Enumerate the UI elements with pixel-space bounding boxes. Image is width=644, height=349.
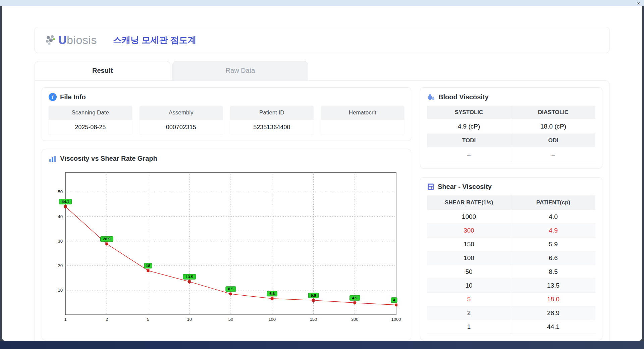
shear-rate-cell: 50 [427, 265, 511, 279]
shear-rate-column-header: SHEAR RATE(1/s) [427, 195, 511, 210]
patient-viscosity-cell: 6.6 [511, 251, 595, 265]
droplet-icon [427, 93, 435, 101]
field-value: 2025-08-25 [49, 120, 132, 135]
svg-text:5.9: 5.9 [311, 293, 316, 297]
file-info-title: File Info [60, 93, 86, 101]
tab-result[interactable]: Result [35, 61, 170, 80]
patient-viscosity-cell: 18.0 [511, 293, 595, 306]
shear-viscosity-title: Shear - Viscosity [438, 183, 492, 191]
field-hematocrit: Hematocrit [321, 106, 405, 135]
app-header: Ubiosis 스캐닝 모세관 점도계 [35, 27, 609, 53]
logo-dots-icon [45, 34, 57, 46]
svg-text:1000: 1000 [391, 317, 401, 322]
patient-viscosity-cell: 4.0 [511, 210, 595, 223]
blood-viscosity-title-row: Blood Viscosity [427, 93, 595, 101]
svg-text:100: 100 [268, 317, 276, 322]
close-button[interactable]: × [637, 1, 640, 6]
shear-table-row: 1013.5 [427, 279, 595, 293]
systolic-header: SYSTOLIC [427, 106, 511, 119]
field-value: 000702315 [140, 120, 223, 135]
shear-table-row: 1006.6 [427, 251, 595, 265]
svg-text:40: 40 [58, 214, 63, 219]
svg-text:4: 4 [393, 298, 395, 302]
shear-table-row: 518.0 [427, 293, 595, 306]
shear-table-header: SHEAR RATE(1/s) PATIENT(cp) [427, 195, 595, 210]
diastolic-value: 18.0 (cP) [511, 119, 595, 134]
shear-rate-cell: 300 [427, 224, 511, 237]
patient-viscosity-cell: 5.9 [511, 238, 595, 251]
svg-text:30: 30 [58, 239, 63, 244]
odi-value: – [511, 147, 595, 162]
patient-column-header: PATIENT(cp) [511, 195, 595, 210]
shear-rate-cell: 2 [427, 306, 511, 320]
shear-table-row: 228.9 [427, 306, 595, 320]
svg-text:10: 10 [58, 288, 63, 293]
window-titlebar: × [0, 0, 644, 6]
patient-viscosity-cell: 28.9 [511, 306, 595, 320]
blood-viscosity-panel: Blood Viscosity SYSTOLIC DIASTOLIC 4.9 (… [420, 87, 602, 168]
taskbar [0, 341, 644, 349]
systolic-value: 4.9 (cP) [427, 119, 511, 134]
calculator-icon [427, 183, 434, 191]
logo-letter-u: U [58, 34, 67, 46]
shear-rate-cell: 1 [427, 320, 511, 334]
viscosity-graph-panel: Viscosity vs Shear Rate Graph 1020304050… [42, 149, 411, 340]
svg-text:6.6: 6.6 [269, 292, 275, 296]
svg-text:10: 10 [187, 317, 192, 322]
patient-viscosity-cell: 8.5 [511, 265, 595, 279]
file-info-fields: Scanning Date 2025-08-25 Assembly 000702… [49, 106, 404, 135]
svg-text:13.5: 13.5 [186, 275, 194, 279]
field-scanning-date: Scanning Date 2025-08-25 [49, 106, 132, 135]
tab-raw-data[interactable]: Raw Data [172, 61, 308, 80]
app-window: Ubiosis 스캐닝 모세관 점도계 Result Raw Data i Fi… [2, 6, 642, 341]
shear-table-row: 144.1 [427, 320, 595, 334]
graph-title: Viscosity vs Shear Rate Graph [60, 155, 157, 162]
todi-header: TODI [427, 134, 511, 147]
patient-viscosity-cell: 4.9 [511, 224, 595, 237]
bar-chart-icon [49, 155, 57, 162]
logo-text: Ubiosis [58, 34, 97, 47]
tab-bar: Result Raw Data [35, 61, 609, 80]
svg-text:150: 150 [310, 317, 317, 322]
field-label: Hematocrit [321, 106, 405, 120]
svg-text:300: 300 [351, 317, 359, 322]
ubiosis-logo: Ubiosis [45, 34, 97, 47]
diastolic-header: DIASTOLIC [511, 106, 595, 119]
svg-text:44.1: 44.1 [62, 200, 69, 204]
shear-rate-cell: 100 [427, 251, 511, 265]
field-assembly: Assembly 000702315 [140, 106, 223, 135]
svg-text:4.9: 4.9 [352, 296, 358, 300]
shear-table-row: 10004.0 [427, 210, 595, 224]
shear-table-row: 1505.9 [427, 238, 595, 251]
svg-text:50: 50 [228, 317, 233, 322]
svg-text:5: 5 [147, 317, 149, 322]
patient-viscosity-cell: 13.5 [511, 279, 595, 292]
file-info-panel: i File Info Scanning Date 2025-08-25 Ass… [42, 87, 411, 141]
shear-table-body: 10004.03004.91505.91006.6508.51013.5518.… [427, 210, 595, 334]
shear-title-row: Shear - Viscosity [427, 183, 595, 191]
field-value: 52351364400 [230, 120, 314, 135]
field-label: Patient ID [230, 106, 314, 120]
page-title: 스캐닝 모세관 점도계 [113, 34, 196, 46]
field-patient-id: Patient ID 52351364400 [230, 106, 314, 135]
todi-value: – [427, 147, 511, 162]
info-icon: i [49, 93, 57, 101]
result-content: i File Info Scanning Date 2025-08-25 Ass… [35, 80, 609, 341]
field-label: Scanning Date [49, 106, 132, 120]
logo-rest: biosis [67, 34, 97, 46]
svg-text:1: 1 [64, 317, 66, 322]
field-label: Assembly [140, 106, 223, 120]
shear-rate-cell: 10 [427, 279, 511, 292]
svg-text:2: 2 [106, 317, 108, 322]
svg-text:8.5: 8.5 [228, 287, 234, 291]
blood-viscosity-title: Blood Viscosity [438, 93, 489, 101]
shear-rate-cell: 1000 [427, 210, 511, 223]
shear-table-row: 3004.9 [427, 224, 595, 238]
odi-header: ODI [511, 134, 595, 147]
viscosity-shear-chart: 10203040501251050100150300100044.128.918… [49, 167, 404, 325]
file-info-title-row: i File Info [49, 93, 404, 101]
graph-title-row: Viscosity vs Shear Rate Graph [49, 155, 404, 162]
shear-table-row: 508.5 [427, 265, 595, 279]
patient-viscosity-cell: 44.1 [511, 320, 595, 334]
svg-text:18: 18 [146, 264, 150, 268]
